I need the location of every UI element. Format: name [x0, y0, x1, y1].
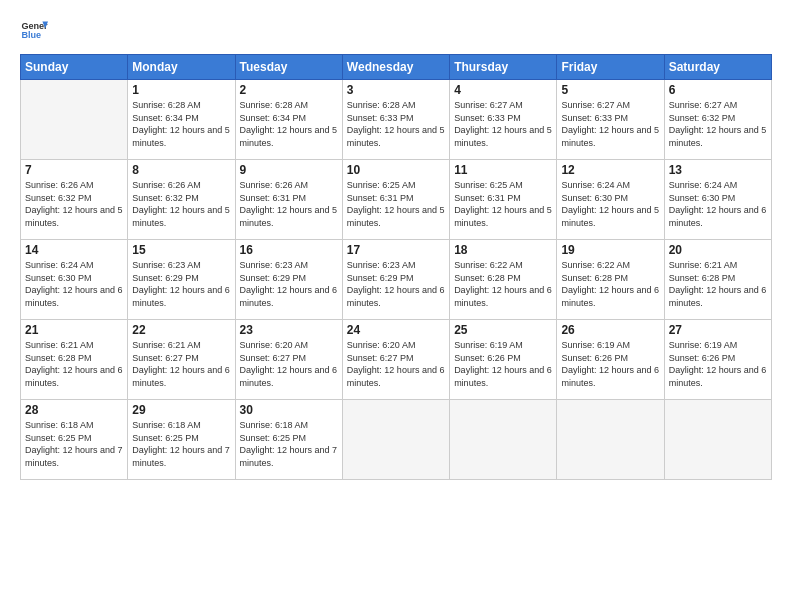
- day-info: Sunrise: 6:27 AM Sunset: 6:33 PM Dayligh…: [454, 99, 552, 149]
- day-number: 6: [669, 83, 767, 97]
- day-number: 14: [25, 243, 123, 257]
- week-row-3: 14Sunrise: 6:24 AM Sunset: 6:30 PM Dayli…: [21, 240, 772, 320]
- day-number: 24: [347, 323, 445, 337]
- day-number: 4: [454, 83, 552, 97]
- day-info: Sunrise: 6:23 AM Sunset: 6:29 PM Dayligh…: [240, 259, 338, 309]
- day-number: 27: [669, 323, 767, 337]
- day-cell: 9Sunrise: 6:26 AM Sunset: 6:31 PM Daylig…: [235, 160, 342, 240]
- day-number: 8: [132, 163, 230, 177]
- day-cell: 28Sunrise: 6:18 AM Sunset: 6:25 PM Dayli…: [21, 400, 128, 480]
- day-number: 15: [132, 243, 230, 257]
- day-number: 1: [132, 83, 230, 97]
- week-row-1: 1Sunrise: 6:28 AM Sunset: 6:34 PM Daylig…: [21, 80, 772, 160]
- day-info: Sunrise: 6:25 AM Sunset: 6:31 PM Dayligh…: [347, 179, 445, 229]
- day-cell: [450, 400, 557, 480]
- day-cell: 23Sunrise: 6:20 AM Sunset: 6:27 PM Dayli…: [235, 320, 342, 400]
- day-number: 30: [240, 403, 338, 417]
- day-info: Sunrise: 6:18 AM Sunset: 6:25 PM Dayligh…: [240, 419, 338, 469]
- day-number: 29: [132, 403, 230, 417]
- day-cell: [664, 400, 771, 480]
- day-cell: 25Sunrise: 6:19 AM Sunset: 6:26 PM Dayli…: [450, 320, 557, 400]
- day-number: 19: [561, 243, 659, 257]
- day-number: 11: [454, 163, 552, 177]
- logo: General Blue: [20, 16, 48, 44]
- day-cell: 12Sunrise: 6:24 AM Sunset: 6:30 PM Dayli…: [557, 160, 664, 240]
- day-cell: 10Sunrise: 6:25 AM Sunset: 6:31 PM Dayli…: [342, 160, 449, 240]
- weekday-header-monday: Monday: [128, 55, 235, 80]
- day-info: Sunrise: 6:21 AM Sunset: 6:28 PM Dayligh…: [25, 339, 123, 389]
- page: General Blue SundayMondayTuesdayWednesda…: [0, 0, 792, 612]
- day-cell: 17Sunrise: 6:23 AM Sunset: 6:29 PM Dayli…: [342, 240, 449, 320]
- day-info: Sunrise: 6:26 AM Sunset: 6:32 PM Dayligh…: [25, 179, 123, 229]
- day-info: Sunrise: 6:19 AM Sunset: 6:26 PM Dayligh…: [669, 339, 767, 389]
- calendar-table: SundayMondayTuesdayWednesdayThursdayFrid…: [20, 54, 772, 480]
- weekday-header-friday: Friday: [557, 55, 664, 80]
- day-number: 12: [561, 163, 659, 177]
- day-info: Sunrise: 6:22 AM Sunset: 6:28 PM Dayligh…: [561, 259, 659, 309]
- day-cell: 6Sunrise: 6:27 AM Sunset: 6:32 PM Daylig…: [664, 80, 771, 160]
- day-number: 18: [454, 243, 552, 257]
- week-row-2: 7Sunrise: 6:26 AM Sunset: 6:32 PM Daylig…: [21, 160, 772, 240]
- day-cell: 18Sunrise: 6:22 AM Sunset: 6:28 PM Dayli…: [450, 240, 557, 320]
- day-info: Sunrise: 6:21 AM Sunset: 6:27 PM Dayligh…: [132, 339, 230, 389]
- day-cell: 16Sunrise: 6:23 AM Sunset: 6:29 PM Dayli…: [235, 240, 342, 320]
- day-cell: 29Sunrise: 6:18 AM Sunset: 6:25 PM Dayli…: [128, 400, 235, 480]
- day-cell: 3Sunrise: 6:28 AM Sunset: 6:33 PM Daylig…: [342, 80, 449, 160]
- week-row-5: 28Sunrise: 6:18 AM Sunset: 6:25 PM Dayli…: [21, 400, 772, 480]
- day-cell: 24Sunrise: 6:20 AM Sunset: 6:27 PM Dayli…: [342, 320, 449, 400]
- weekday-header-sunday: Sunday: [21, 55, 128, 80]
- day-number: 5: [561, 83, 659, 97]
- day-cell: 22Sunrise: 6:21 AM Sunset: 6:27 PM Dayli…: [128, 320, 235, 400]
- svg-text:Blue: Blue: [21, 30, 41, 40]
- day-cell: 8Sunrise: 6:26 AM Sunset: 6:32 PM Daylig…: [128, 160, 235, 240]
- generalblue-icon: General Blue: [20, 16, 48, 44]
- day-info: Sunrise: 6:24 AM Sunset: 6:30 PM Dayligh…: [669, 179, 767, 229]
- day-info: Sunrise: 6:19 AM Sunset: 6:26 PM Dayligh…: [454, 339, 552, 389]
- day-info: Sunrise: 6:23 AM Sunset: 6:29 PM Dayligh…: [347, 259, 445, 309]
- day-cell: 1Sunrise: 6:28 AM Sunset: 6:34 PM Daylig…: [128, 80, 235, 160]
- day-number: 10: [347, 163, 445, 177]
- day-cell: [21, 80, 128, 160]
- day-number: 25: [454, 323, 552, 337]
- day-number: 28: [25, 403, 123, 417]
- day-number: 2: [240, 83, 338, 97]
- day-info: Sunrise: 6:28 AM Sunset: 6:34 PM Dayligh…: [132, 99, 230, 149]
- day-cell: [342, 400, 449, 480]
- day-cell: 26Sunrise: 6:19 AM Sunset: 6:26 PM Dayli…: [557, 320, 664, 400]
- header: General Blue: [20, 16, 772, 44]
- day-info: Sunrise: 6:25 AM Sunset: 6:31 PM Dayligh…: [454, 179, 552, 229]
- day-info: Sunrise: 6:24 AM Sunset: 6:30 PM Dayligh…: [25, 259, 123, 309]
- day-number: 17: [347, 243, 445, 257]
- day-info: Sunrise: 6:21 AM Sunset: 6:28 PM Dayligh…: [669, 259, 767, 309]
- day-cell: 13Sunrise: 6:24 AM Sunset: 6:30 PM Dayli…: [664, 160, 771, 240]
- day-number: 7: [25, 163, 123, 177]
- day-cell: 20Sunrise: 6:21 AM Sunset: 6:28 PM Dayli…: [664, 240, 771, 320]
- day-info: Sunrise: 6:18 AM Sunset: 6:25 PM Dayligh…: [132, 419, 230, 469]
- day-info: Sunrise: 6:26 AM Sunset: 6:32 PM Dayligh…: [132, 179, 230, 229]
- day-cell: 11Sunrise: 6:25 AM Sunset: 6:31 PM Dayli…: [450, 160, 557, 240]
- day-info: Sunrise: 6:24 AM Sunset: 6:30 PM Dayligh…: [561, 179, 659, 229]
- weekday-header-tuesday: Tuesday: [235, 55, 342, 80]
- day-info: Sunrise: 6:23 AM Sunset: 6:29 PM Dayligh…: [132, 259, 230, 309]
- day-number: 21: [25, 323, 123, 337]
- day-cell: 2Sunrise: 6:28 AM Sunset: 6:34 PM Daylig…: [235, 80, 342, 160]
- day-cell: 21Sunrise: 6:21 AM Sunset: 6:28 PM Dayli…: [21, 320, 128, 400]
- day-number: 22: [132, 323, 230, 337]
- weekday-header-row: SundayMondayTuesdayWednesdayThursdayFrid…: [21, 55, 772, 80]
- week-row-4: 21Sunrise: 6:21 AM Sunset: 6:28 PM Dayli…: [21, 320, 772, 400]
- day-number: 13: [669, 163, 767, 177]
- day-cell: 27Sunrise: 6:19 AM Sunset: 6:26 PM Dayli…: [664, 320, 771, 400]
- day-info: Sunrise: 6:18 AM Sunset: 6:25 PM Dayligh…: [25, 419, 123, 469]
- day-info: Sunrise: 6:20 AM Sunset: 6:27 PM Dayligh…: [240, 339, 338, 389]
- weekday-header-thursday: Thursday: [450, 55, 557, 80]
- day-cell: 19Sunrise: 6:22 AM Sunset: 6:28 PM Dayli…: [557, 240, 664, 320]
- day-info: Sunrise: 6:28 AM Sunset: 6:33 PM Dayligh…: [347, 99, 445, 149]
- day-info: Sunrise: 6:22 AM Sunset: 6:28 PM Dayligh…: [454, 259, 552, 309]
- day-cell: 4Sunrise: 6:27 AM Sunset: 6:33 PM Daylig…: [450, 80, 557, 160]
- day-info: Sunrise: 6:27 AM Sunset: 6:33 PM Dayligh…: [561, 99, 659, 149]
- day-number: 26: [561, 323, 659, 337]
- day-cell: 15Sunrise: 6:23 AM Sunset: 6:29 PM Dayli…: [128, 240, 235, 320]
- day-cell: 30Sunrise: 6:18 AM Sunset: 6:25 PM Dayli…: [235, 400, 342, 480]
- day-info: Sunrise: 6:20 AM Sunset: 6:27 PM Dayligh…: [347, 339, 445, 389]
- day-cell: 5Sunrise: 6:27 AM Sunset: 6:33 PM Daylig…: [557, 80, 664, 160]
